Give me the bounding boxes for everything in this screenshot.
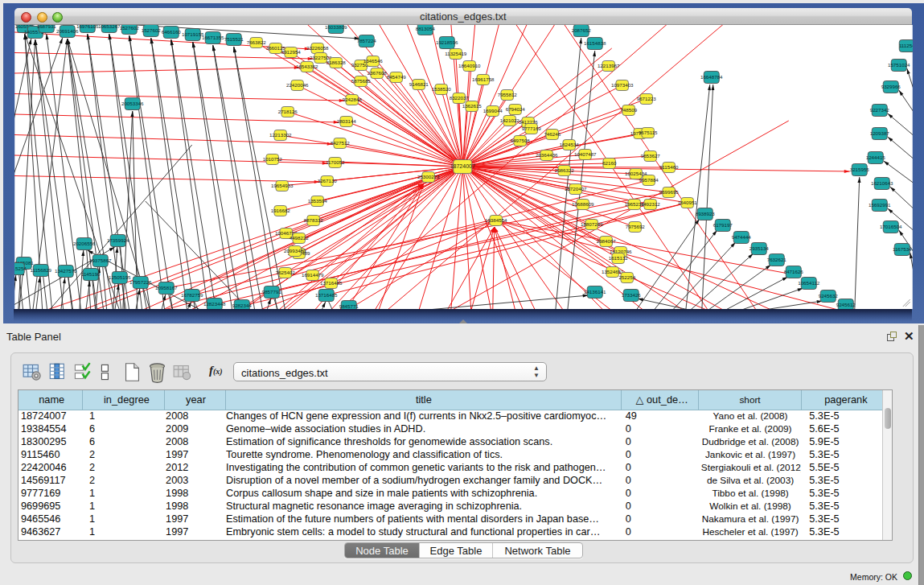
svg-text:11325419: 11325419 [445, 51, 467, 56]
svg-text:20993480: 20993480 [283, 248, 306, 253]
svg-text:111254: 111254 [898, 43, 912, 48]
svg-text:9671223: 9671223 [636, 96, 656, 101]
svg-text:7663822: 7663822 [246, 39, 266, 45]
svg-text:16210643: 16210643 [870, 180, 893, 186]
svg-text:9653627: 9653627 [640, 153, 660, 159]
svg-text:10973403: 10973403 [610, 82, 633, 88]
svg-text:12213967: 12213967 [597, 63, 619, 68]
svg-text:748509: 748509 [620, 107, 637, 113]
svg-text:19218596: 19218596 [435, 39, 458, 45]
svg-text:1538520: 1538520 [431, 86, 451, 92]
svg-text:8938923: 8938923 [695, 211, 715, 216]
svg-text:16543362: 16543362 [295, 64, 318, 69]
svg-text:20053346: 20053346 [121, 101, 143, 106]
svg-text:15720407: 15720407 [564, 186, 586, 192]
svg-text:1527602: 1527602 [141, 27, 161, 33]
svg-text:2367608: 2367608 [367, 70, 387, 76]
svg-text:9329966: 9329966 [881, 84, 901, 89]
svg-text:1209387: 1209387 [869, 130, 889, 136]
svg-text:7625402: 7625402 [275, 270, 295, 275]
svg-text:12823448: 12823448 [203, 301, 225, 307]
svg-text:4498222: 4498222 [289, 235, 309, 241]
svg-text:1687931: 1687931 [36, 25, 56, 29]
svg-text:19654933: 19654933 [270, 183, 293, 188]
svg-text:746246: 746246 [544, 131, 561, 137]
svg-text:1527602: 1527602 [119, 25, 139, 31]
svg-text:62160: 62160 [602, 160, 617, 166]
svg-text:1916682: 1916682 [270, 208, 290, 213]
svg-text:11156829: 11156829 [30, 267, 51, 273]
svg-text:9845771: 9845771 [339, 303, 359, 309]
svg-text:1699044: 1699044 [483, 108, 503, 113]
svg-text:9777169: 9777169 [521, 126, 541, 131]
svg-text:16648784: 16648784 [700, 74, 722, 80]
svg-text:1145190: 1145190 [80, 271, 100, 277]
svg-text:16782759: 16782759 [180, 292, 203, 298]
svg-text:7955812: 7955812 [497, 92, 517, 97]
svg-text:1615132: 1615132 [608, 255, 628, 261]
svg-text:17016504: 17016504 [879, 224, 901, 229]
svg-text:7515521: 7515521 [224, 36, 244, 42]
svg-text:1167534: 1167534 [892, 246, 911, 252]
svg-text:8186328: 8186328 [326, 60, 346, 65]
svg-text:9857791: 9857791 [261, 289, 281, 295]
svg-text:16914479: 16914479 [301, 272, 323, 278]
svg-text:10719155: 10719155 [181, 31, 203, 37]
svg-text:5875685: 5875685 [351, 78, 371, 84]
svg-text:2935134: 2935134 [749, 245, 769, 251]
svg-text:9227342: 9227342 [869, 107, 889, 113]
svg-text:16961758: 16961758 [471, 76, 494, 82]
svg-text:12505195: 12505195 [108, 274, 130, 280]
svg-text:6179197: 6179197 [713, 222, 733, 228]
svg-text:18724007: 18724007 [450, 163, 474, 169]
svg-text:9675115: 9675115 [638, 130, 657, 135]
svg-text:1640951: 1640951 [677, 200, 697, 205]
svg-text:9474444: 9474444 [731, 234, 751, 240]
svg-text:2087652: 2087652 [571, 27, 591, 33]
svg-text:22420046: 22420046 [285, 82, 308, 88]
svg-text:1170052: 1170052 [325, 159, 344, 165]
svg-text:19375867: 19375867 [88, 257, 111, 263]
svg-text:8454749: 8454749 [386, 74, 406, 80]
svg-text:16154838: 16154838 [583, 40, 606, 46]
svg-text:1010752: 1010752 [262, 156, 282, 162]
svg-text:6466160: 6466160 [161, 29, 181, 35]
svg-text:16671355: 16671355 [201, 35, 224, 40]
svg-text:9245612: 9245612 [836, 302, 856, 307]
svg-text:9146821: 9146821 [409, 81, 429, 87]
svg-text:1624534: 1624534 [559, 142, 579, 147]
svg-text:6794024: 6794024 [505, 106, 525, 112]
svg-text:9282344: 9282344 [232, 303, 252, 308]
svg-text:2986322: 2986322 [554, 167, 574, 173]
svg-text:3267130: 3267130 [317, 178, 337, 183]
svg-text:20691406: 20691406 [55, 28, 78, 34]
svg-text:13427570: 13427570 [54, 268, 76, 274]
svg-text:15751024: 15751024 [887, 62, 910, 68]
svg-text:2718126: 2718126 [277, 109, 298, 114]
svg-text:8471626: 8471626 [783, 269, 803, 274]
svg-text:7632621: 7632621 [766, 257, 786, 262]
svg-text:2803144: 2803144 [336, 118, 356, 124]
svg-text:252254: 252254 [618, 274, 635, 280]
svg-text:9699695: 9699695 [659, 189, 679, 195]
svg-text:1353594: 1353594 [307, 198, 327, 204]
svg-text:3215955: 3215955 [849, 167, 869, 172]
svg-text:18807249: 18807249 [580, 221, 602, 227]
svg-text:8813054: 8813054 [415, 26, 435, 31]
svg-text:17957225: 17957225 [129, 279, 151, 285]
svg-text:1244415: 1244415 [865, 154, 885, 160]
svg-text:16976105: 16976105 [76, 25, 98, 29]
svg-text:1733426: 1733426 [621, 292, 641, 298]
svg-text:8912954: 8912954 [281, 49, 301, 55]
svg-text:10654112: 10654112 [798, 280, 820, 286]
svg-text:9242848: 9242848 [342, 97, 362, 102]
svg-text:10653267: 10653267 [97, 25, 120, 29]
svg-text:17359924: 17359924 [106, 237, 129, 243]
svg-text:8427512: 8427512 [330, 140, 350, 146]
svg-text:3915254: 3915254 [14, 266, 27, 271]
svg-text:7975692: 7975692 [625, 224, 645, 229]
svg-text:9245632: 9245632 [818, 293, 838, 299]
svg-text:13716485: 13716485 [314, 292, 337, 298]
svg-text:8322037: 8322037 [449, 95, 469, 101]
svg-text:1421022: 1421022 [499, 117, 519, 123]
